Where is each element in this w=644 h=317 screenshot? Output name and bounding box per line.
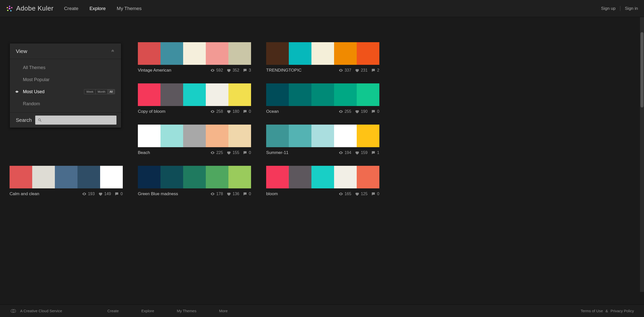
stat-value: 337 [345,68,351,73]
stat-value: 0 [377,109,379,114]
time-toggle: Week Month All [84,89,115,94]
privacy-link[interactable]: Privacy Policy [611,309,634,313]
likes-stat: 149 [98,192,111,196]
stat-value: 0 [377,192,379,196]
stat-value: 0 [249,192,251,196]
chevron-up-icon [110,49,115,54]
heart-icon [355,68,359,73]
swatch-row [138,166,251,188]
time-all[interactable]: All [108,89,115,94]
comments-stat: 3 [243,68,251,73]
search-input-wrap[interactable] [35,116,116,125]
filter-label: Most Used [23,89,45,94]
swatch [32,166,55,188]
filter-most-popular[interactable]: Most Popular [10,74,121,86]
amp: & [606,309,608,313]
views-stat: 258 [210,109,223,114]
time-month[interactable]: Month [96,89,108,94]
theme-card[interactable]: Beach2251550 [138,125,251,155]
theme-card[interactable]: Copy of bloom2581800 [138,83,251,114]
nav-my-themes[interactable]: My Themes [117,6,142,11]
creative-cloud-badge: A Creative Cloud Service [10,309,62,313]
main-area: View All Themes Most Popular Most Used W… [0,17,644,304]
filter-random[interactable]: Random [10,98,121,110]
heart-icon [226,68,231,73]
stat-value: 178 [216,192,223,196]
stat-value: 2 [377,68,379,73]
sign-up-link[interactable]: Sign up [601,6,616,11]
swatch [311,125,334,147]
theme-card[interactable]: bloom1651250 [266,166,379,196]
heart-icon [98,192,103,196]
comment-icon [371,150,376,155]
footer-explore[interactable]: Explore [141,309,154,313]
swatch [183,42,206,65]
footer-more[interactable]: More [219,309,228,313]
eye-icon [339,150,343,155]
stat-value: 225 [216,150,223,155]
scrollbar-thumb[interactable] [640,32,643,108]
swatch [228,125,251,147]
theme-card[interactable]: Green Blue madness1781360 [138,166,251,196]
swatch [206,83,228,106]
heart-icon [226,192,231,196]
filter-most-used[interactable]: Most Used Week Month All [10,86,121,98]
heart-icon [226,150,231,155]
terms-link[interactable]: Terms of Use [581,309,603,313]
sign-in-link[interactable]: Sign in [625,6,638,11]
theme-name: Vintage American [138,68,207,73]
theme-name: Copy of bloom [138,109,207,114]
stat-value: 180 [232,109,239,114]
footer-my-themes[interactable]: My Themes [177,309,196,313]
swatch [183,166,206,188]
scrollbar[interactable] [640,17,644,292]
view-panel: View All Themes Most Popular Most Used W… [10,43,121,128]
theme-card[interactable]: Ocean2551900 [266,83,379,114]
swatch-row [10,166,123,188]
eye-icon [210,150,215,155]
theme-card[interactable]: Vintage American5923523 [138,42,251,73]
time-week[interactable]: Week [84,89,96,94]
creative-cloud-icon [10,309,17,313]
stat-value: 352 [232,68,239,73]
swatch [311,166,334,188]
heart-icon [355,150,359,155]
theme-meta: bloom1651250 [266,191,379,196]
theme-meta: Beach2251550 [138,150,251,155]
theme-card[interactable]: Summer-111941591 [266,125,379,155]
swatch [160,83,183,106]
theme-meta: Summer-111941591 [266,150,379,155]
footer-legal: Terms of Use & Privacy Policy [581,309,634,313]
comment-icon [243,150,247,155]
theme-card[interactable]: Calm and clean1931490 [10,166,123,196]
views-stat: 592 [210,68,223,73]
search-input[interactable] [43,118,114,122]
comment-icon [243,109,247,114]
auth-divider [620,6,620,11]
swatch [206,42,228,65]
swatch [289,166,311,188]
theme-card[interactable]: TRENDINGTOPIC3372312 [266,42,379,73]
stat-value: 231 [361,68,368,73]
views-stat: 255 [339,109,351,114]
filter-all-themes[interactable]: All Themes [10,62,121,74]
swatch [228,42,251,65]
view-panel-header[interactable]: View [10,43,121,59]
view-panel-title: View [16,48,27,54]
filter-list: All Themes Most Popular Most Used Week M… [10,59,121,113]
nav-create[interactable]: Create [64,6,78,11]
views-stat: 193 [82,192,95,196]
swatch [138,42,160,65]
swatch-row [266,166,379,188]
comments-stat: 0 [243,150,251,155]
nav-explore[interactable]: Explore [90,6,106,11]
swatch [334,166,357,188]
swatch [311,42,334,65]
comments-stat: 0 [114,192,123,196]
eye-icon [210,109,215,114]
app-logo[interactable]: Adobe Kuler [6,5,54,12]
footer-create[interactable]: Create [107,309,119,313]
swatch-row [138,83,251,106]
comment-icon [243,68,247,73]
eye-icon [14,90,19,93]
